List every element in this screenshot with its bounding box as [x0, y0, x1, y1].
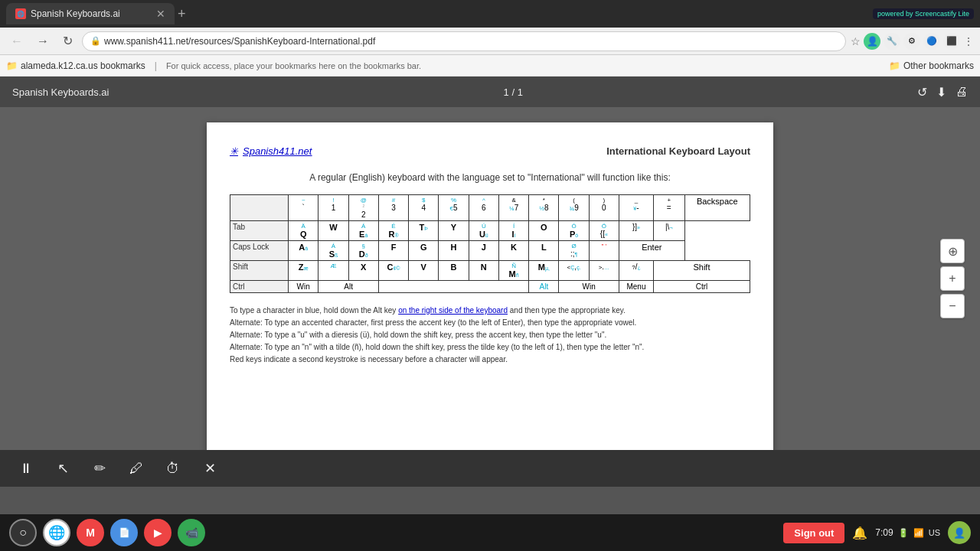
ext-4[interactable]: ⬛ — [943, 33, 960, 50]
active-tab[interactable]: 🌐 Spanish Keyboards.ai ✕ — [6, 3, 175, 24]
ext-1[interactable]: 🔧 — [884, 33, 900, 50]
bookmarks-bar: 📁 alameda.k12.ca.us bookmarks | For quic… — [0, 55, 980, 77]
bookmark-separator: | — [155, 60, 157, 71]
row-label-shift-left: Shift — [230, 261, 289, 281]
folder-icon: 📁 — [6, 60, 18, 71]
screencastify-label: powered by Screencastify Lite — [877, 10, 969, 18]
pen-button[interactable]: ✏ — [86, 455, 113, 482]
pdf-content-area[interactable]: ✳ Spanish411.net International Keyboard … — [0, 107, 980, 450]
wifi-icon: 📶 — [913, 528, 924, 538]
key-alt-right: Alt — [529, 281, 559, 293]
key-ae: Æ — [318, 261, 348, 281]
key-v: V — [409, 261, 439, 281]
taskbar-gmail-button[interactable]: M — [77, 519, 104, 546]
key-i: ÍIí — [498, 221, 528, 241]
pdf-print-button[interactable]: 🖨 — [956, 85, 968, 99]
address-bar[interactable]: 🔒 www.spanish411.net/resources/SpanishKe… — [82, 31, 846, 51]
profile-icon[interactable]: 👤 — [864, 33, 880, 50]
other-bookmarks[interactable]: 📁 Other bookmarks — [889, 60, 974, 71]
folder-icon: 📁 — [889, 60, 900, 71]
zoom-fit-button[interactable]: ⊕ — [940, 239, 965, 263]
key-backspace: Backspace — [684, 195, 750, 221]
key-menu: Menu — [619, 281, 654, 293]
gmail-icon: M — [86, 527, 95, 539]
pdf-page-info: 1 / 1 — [504, 86, 523, 98]
chrome-menu[interactable]: ⋮ — [963, 35, 974, 47]
docs-icon: 📄 — [119, 527, 130, 538]
key-l: L — [529, 241, 559, 261]
pause-button[interactable]: ⏸ — [12, 455, 40, 482]
zoom-in-button[interactable]: + — [940, 266, 965, 291]
zoom-out-button[interactable]: − — [940, 294, 965, 318]
key-1: !1 — [318, 195, 348, 221]
key-b: B — [439, 261, 469, 281]
notification-icon[interactable]: 🔔 — [852, 526, 867, 540]
forward-button[interactable]: → — [32, 31, 54, 51]
key-6: ^6 — [469, 195, 498, 221]
key-w: W — [318, 221, 348, 241]
key-period: >.… — [589, 261, 619, 281]
taskbar-apps: ○ 🌐 M 📄 ▶ 📹 — [9, 519, 205, 546]
key-u: ÚUü — [469, 221, 498, 241]
taskbar-chrome-button[interactable]: 🌐 — [43, 519, 70, 546]
zoom-controls: ⊕ + − — [940, 239, 965, 318]
key-minus: _¥- — [619, 195, 654, 221]
page-title-right: International Keyboard Layout — [606, 145, 750, 157]
note-1: To type a character in blue, hold down t… — [230, 305, 750, 317]
pdf-download-button[interactable]: ⬇ — [936, 85, 946, 99]
key-slash: ?/¿ — [619, 261, 654, 281]
tab-row: Tab ÄQ W ÁEá ÉR® — [230, 221, 750, 241]
taskbar: ○ 🌐 M 📄 ▶ 📹 Sign out 🔔 7:09 🔋 📶 US 👤 — [0, 514, 980, 551]
new-tab-button[interactable]: + — [178, 6, 186, 22]
screencastify-extension: powered by Screencastify Lite — [873, 8, 974, 19]
key-r: ÉR® — [378, 221, 408, 241]
user-avatar[interactable]: 👤 — [948, 521, 971, 544]
bookmarks-placeholder: For quick access, place your bookmarks h… — [166, 61, 421, 70]
bookmarks-folder[interactable]: 📁 alameda.k12.ca.us bookmarks — [6, 60, 145, 71]
key-j: J — [469, 241, 498, 261]
secure-icon: 🔒 — [90, 36, 101, 46]
key-comma: <Ç,ç. — [559, 261, 589, 281]
key-s: ÁSß — [318, 241, 348, 261]
key-f: F — [378, 241, 408, 261]
pdf-page-header: ✳ Spanish411.net International Keyboard … — [230, 145, 750, 157]
pdf-page: ✳ Spanish411.net International Keyboard … — [207, 122, 773, 450]
key-ctrl-right: Ctrl — [653, 281, 750, 293]
taskbar-chromeos-button[interactable]: ○ — [9, 519, 37, 546]
taskbar-youtube-button[interactable]: ▶ — [144, 519, 172, 546]
row-label-tab: Tab — [230, 221, 289, 241]
key-o: O — [529, 221, 559, 241]
close-recording-button[interactable]: ✕ — [196, 455, 224, 482]
taskbar-status-icons: 7:09 🔋 📶 US — [875, 527, 940, 538]
logo-star: ✳ — [230, 145, 238, 157]
timer-button[interactable]: ⏱ — [159, 455, 187, 482]
nav-extras: ☆ 👤 🔧 ⚙ 🔵 ⬛ ⋮ — [851, 33, 974, 50]
taskbar-meet-button[interactable]: 📹 — [178, 519, 205, 546]
key-shift-right: Shift — [653, 261, 750, 281]
cursor-button[interactable]: ↖ — [49, 455, 77, 482]
folder-label: alameda.k12.ca.us bookmarks — [21, 60, 145, 71]
locale-label: US — [929, 528, 940, 537]
back-button[interactable]: ← — [6, 31, 28, 51]
ext-2[interactable]: ⚙ — [903, 33, 920, 50]
tab-close-button[interactable]: ✕ — [156, 8, 165, 20]
bottom-row: Ctrl Win Alt Alt Win Menu Ctrl — [230, 281, 750, 293]
key-ctrl-left: Ctrl — [230, 281, 289, 293]
meet-icon: 📹 — [185, 527, 198, 539]
refresh-button[interactable]: ↻ — [58, 31, 77, 51]
note-5: Red keys indicate a second keystroke is … — [230, 354, 750, 366]
ext-3[interactable]: 🔵 — [923, 33, 940, 50]
sign-out-button[interactable]: Sign out — [783, 523, 844, 543]
taskbar-docs-button[interactable]: 📄 — [110, 519, 138, 546]
key-semicolon: Ø:;¶ — [559, 241, 589, 261]
highlighter-button[interactable]: 🖊 — [122, 455, 150, 482]
keyboard-layout-table: ~` !1 @²2 #3 $4 — [230, 194, 750, 293]
capslock-row: Caps Lock Aá ÁSß §Dð F — [230, 241, 750, 261]
battery-icon: 🔋 — [898, 528, 909, 538]
site-logo-text: Spanish411.net — [243, 145, 312, 157]
pdf-refresh-button[interactable]: ↺ — [917, 85, 927, 99]
shift-row: Shift Zæ Æ X C¢© — [230, 261, 750, 281]
bookmark-star[interactable]: ☆ — [851, 35, 861, 47]
tab-favicon: 🌐 — [15, 8, 26, 19]
key-win-right: Win — [559, 281, 619, 293]
